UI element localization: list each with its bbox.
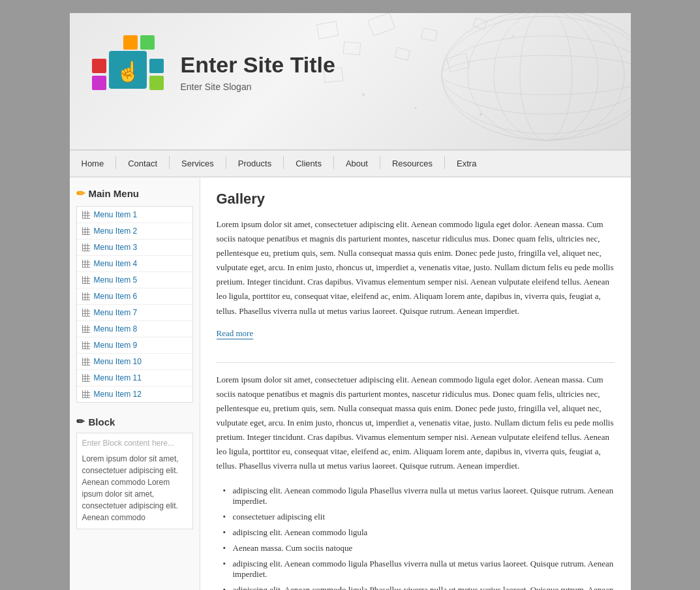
- nav-link-services[interactable]: Services: [170, 151, 226, 176]
- menu-link-5[interactable]: Menu Item 5: [77, 272, 192, 288]
- svg-rect-20: [140, 35, 155, 50]
- menu-link-7[interactable]: Menu Item 7: [77, 305, 192, 320]
- bullet-list-item: Aenean massa. Cum sociis natoque: [223, 540, 615, 556]
- menu-list-item: Menu Item 5: [77, 272, 192, 288]
- grid-icon: [82, 374, 90, 382]
- bullet-list-item: adipiscing elit. Aenean commodo ligula P…: [223, 556, 615, 582]
- menu-link-2[interactable]: Menu Item 2: [77, 223, 192, 239]
- nav-link-contact[interactable]: Contact: [116, 151, 169, 176]
- nav-link-clients[interactable]: Clients: [284, 151, 333, 176]
- svg-point-3: [520, 13, 572, 140]
- bullet-list-item: consectetuer adipiscing elit: [223, 509, 615, 525]
- svg-point-1: [468, 13, 624, 140]
- menu-list-item: Menu Item 12: [77, 386, 192, 402]
- bullet-list: adipiscing elit. Aenean commodo ligula P…: [217, 483, 615, 590]
- nav-item-about[interactable]: About: [334, 151, 380, 176]
- svg-rect-12: [421, 28, 436, 41]
- site-title-area: Enter Site Title Enter Site Slogan: [181, 52, 335, 92]
- menu-list-item: Menu Item 9: [77, 337, 192, 354]
- menu-list-item: Menu Item 11: [77, 370, 192, 386]
- svg-rect-8: [343, 42, 360, 55]
- menu-link-6[interactable]: Menu Item 6: [77, 288, 192, 304]
- menu-list-item: Menu Item 4: [77, 256, 192, 272]
- menu-list-item: Menu Item 7: [77, 305, 192, 321]
- grid-icon: [82, 276, 90, 284]
- grid-icon: [82, 390, 90, 398]
- pencil-icon: ✏: [76, 187, 85, 200]
- svg-text:☝: ☝: [115, 60, 140, 84]
- nav-item-clients[interactable]: Clients: [284, 151, 333, 176]
- bullet-list-item: adipiscing elit. Aenean commodo ligula P…: [223, 582, 615, 590]
- menu-link-12[interactable]: Menu Item 12: [77, 386, 192, 402]
- svg-point-2: [494, 13, 598, 140]
- svg-rect-14: [473, 18, 487, 29]
- grid-icon: [82, 325, 90, 333]
- svg-point-5: [442, 55, 631, 95]
- block-title: ✏ Block: [76, 416, 193, 427]
- svg-point-0: [442, 13, 631, 140]
- content-divider: [217, 362, 615, 363]
- header-logo-area: ☝ Enter Site Title Enter Site Slogan: [89, 33, 335, 111]
- nav-item-products[interactable]: Products: [226, 151, 283, 176]
- svg-rect-25: [149, 59, 164, 73]
- menu-list-item: Menu Item 10: [77, 354, 192, 370]
- menu-list: Menu Item 1 Menu Item 2 Menu Item 3 Menu…: [77, 207, 192, 402]
- menu-link-8[interactable]: Menu Item 8: [77, 321, 192, 337]
- main-nav: Home Contact Services Products Clients A…: [70, 150, 631, 177]
- nav-link-resources[interactable]: Resources: [380, 151, 444, 176]
- menu-link-10[interactable]: Menu Item 10: [77, 354, 192, 369]
- grid-icon: [82, 341, 90, 349]
- svg-point-16: [414, 107, 416, 109]
- svg-point-18: [512, 35, 514, 37]
- site-title: Enter Site Title: [181, 52, 335, 78]
- menu-list-item: Menu Item 6: [77, 288, 192, 305]
- nav-link-products[interactable]: Products: [226, 151, 283, 176]
- bullet-list-item: adipiscing elit. Aenean commodo ligula P…: [223, 483, 615, 509]
- menu-link-11[interactable]: Menu Item 11: [77, 370, 192, 386]
- menu-link-9[interactable]: Menu Item 9: [77, 337, 192, 353]
- nav-item-contact[interactable]: Contact: [116, 151, 169, 176]
- nav-item-services[interactable]: Services: [170, 151, 226, 176]
- menu-list-item: Menu Item 2: [77, 223, 192, 240]
- menu-link-3[interactable]: Menu Item 3: [77, 240, 192, 255]
- menu-link-1[interactable]: Menu Item 1: [77, 207, 192, 223]
- menu-link-4[interactable]: Menu Item 4: [77, 256, 192, 272]
- content-para-2: Lorem ipsum dolor sit amet, consectetuer…: [217, 373, 615, 474]
- grid-icon: [82, 292, 90, 300]
- menu-list-item: Menu Item 1: [77, 207, 192, 223]
- block-section: ✏ Block Enter Block content here... Lore…: [76, 416, 193, 529]
- grid-icon: [82, 243, 90, 251]
- read-more-link[interactable]: Read more: [217, 328, 254, 339]
- svg-rect-24: [92, 76, 106, 90]
- main-menu-title: ✏ Main Menu: [76, 187, 193, 200]
- logo-squares-svg: ☝: [89, 33, 168, 111]
- svg-point-15: [362, 93, 365, 96]
- content-para-1: Lorem ipsum dolor sit amet, consectetuer…: [217, 217, 615, 318]
- nav-link-about[interactable]: About: [334, 151, 380, 176]
- nav-item-home[interactable]: Home: [70, 151, 116, 176]
- svg-point-17: [479, 113, 482, 116]
- site-header: ☝ Enter Site Title Enter Site Slogan: [70, 13, 631, 150]
- bullet-list-item: adipiscing elit. Aenean commodo ligula: [223, 525, 615, 540]
- svg-point-4: [442, 36, 631, 114]
- nav-item-resources[interactable]: Resources: [380, 151, 444, 176]
- nav-link-home[interactable]: Home: [70, 151, 116, 176]
- nav-link-extra[interactable]: Extra: [445, 151, 488, 176]
- grid-icon: [82, 227, 90, 235]
- main-content: Gallery Lorem ipsum dolor sit amet, cons…: [200, 178, 631, 590]
- grid-icon: [82, 260, 90, 268]
- site-slogan: Enter Site Slogan: [181, 82, 335, 92]
- svg-rect-23: [92, 59, 106, 73]
- svg-rect-9: [367, 13, 394, 36]
- grid-icon: [82, 358, 90, 365]
- block-content-box: Enter Block content here... Lorem ipsum …: [76, 433, 193, 529]
- menu-list-item: Menu Item 3: [77, 240, 192, 256]
- menu-list-item: Menu Item 8: [77, 321, 192, 337]
- menu-box: Menu Item 1 Menu Item 2 Menu Item 3 Menu…: [76, 206, 193, 403]
- svg-point-6: [442, 16, 631, 134]
- nav-item-extra[interactable]: Extra: [445, 151, 488, 176]
- sidebar: ✏ Main Menu Menu Item 1 Menu Item 2 Menu…: [70, 178, 200, 590]
- block-lorem-text: Lorem ipsum dolor sit amet, consectetuer…: [82, 453, 187, 523]
- page-title: Gallery: [217, 191, 615, 208]
- nav-list: Home Contact Services Products Clients A…: [70, 151, 631, 176]
